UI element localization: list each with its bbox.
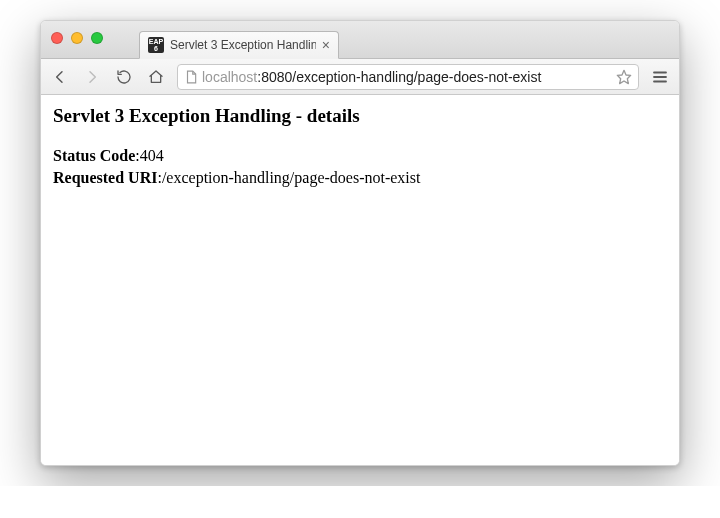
status-code-label: Status Code: [53, 147, 135, 164]
tab-title: Servlet 3 Exception Handlin: [170, 38, 316, 52]
requested-uri-label: Requested URI: [53, 169, 157, 186]
page-viewport: Servlet 3 Exception Handling - details S…: [41, 95, 679, 465]
window-maximize-button[interactable]: [91, 32, 103, 44]
tab-favicon: EAP 6: [148, 37, 164, 53]
window-controls: [51, 32, 103, 44]
tab-close-icon[interactable]: ×: [322, 38, 330, 52]
window-close-button[interactable]: [51, 32, 63, 44]
page-icon: [184, 70, 198, 84]
url-path: :8080/exception-handling/page-does-not-e…: [257, 69, 541, 85]
browser-window: EAP 6 Servlet 3 Exception Handlin × loca…: [40, 20, 680, 466]
status-code-value: :404: [135, 147, 163, 164]
requested-uri-line: Requested URI:/exception-handling/page-d…: [53, 167, 667, 189]
window-minimize-button[interactable]: [71, 32, 83, 44]
requested-uri-value: :/exception-handling/page-does-not-exist: [157, 169, 420, 186]
address-bar[interactable]: localhost:8080/exception-handling/page-d…: [177, 64, 639, 90]
home-button[interactable]: [145, 66, 167, 88]
menu-button[interactable]: [649, 66, 671, 88]
status-code-line: Status Code:404: [53, 145, 667, 167]
titlebar: EAP 6 Servlet 3 Exception Handlin ×: [41, 21, 679, 59]
back-button[interactable]: [49, 66, 71, 88]
url-text: localhost:8080/exception-handling/page-d…: [202, 69, 612, 85]
svg-marker-0: [617, 70, 630, 83]
page-heading: Servlet 3 Exception Handling - details: [53, 105, 667, 127]
url-host: localhost: [202, 69, 257, 85]
browser-tab[interactable]: EAP 6 Servlet 3 Exception Handlin ×: [139, 31, 339, 59]
toolbar: localhost:8080/exception-handling/page-d…: [41, 59, 679, 95]
forward-button[interactable]: [81, 66, 103, 88]
reload-button[interactable]: [113, 66, 135, 88]
bookmark-star-icon[interactable]: [616, 69, 632, 85]
